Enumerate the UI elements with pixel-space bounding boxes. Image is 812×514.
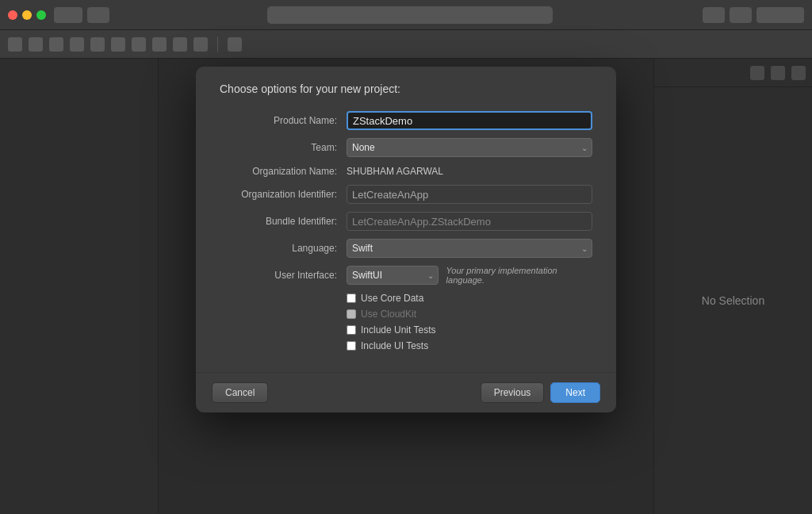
bundle-identifier-row: Bundle Identifier: [220, 212, 592, 231]
language-row: Language: Swift Objective-C ⌄ [220, 239, 592, 258]
include-unit-tests-label: Include Unit Tests [361, 324, 436, 336]
product-name-row: Product Name: [220, 111, 592, 130]
org-name-label: Organization Name: [220, 166, 347, 177]
use-core-data-label: Use Core Data [361, 293, 423, 304]
add-button[interactable] [703, 7, 725, 23]
cancel-button[interactable]: Cancel [212, 382, 268, 403]
org-identifier-field [347, 185, 592, 204]
include-ui-tests-checkbox[interactable] [347, 341, 356, 351]
dialog-body: Product Name: Team: None ⌄ [196, 103, 616, 372]
org-identifier-row: Organization Identifier: [220, 185, 592, 204]
minimize-button[interactable] [22, 10, 32, 20]
next-button[interactable]: Next [550, 382, 600, 403]
use-cloudkit-label: Use CloudKit [361, 309, 416, 320]
run-button[interactable] [54, 7, 82, 23]
center-panel: Choose options for your new project: Pro… [159, 59, 653, 514]
use-core-data-checkbox[interactable] [347, 293, 356, 303]
checkbox-section: Use Core Data Use CloudKit Include Unit … [347, 293, 592, 351]
language-label: Language: [220, 243, 347, 254]
user-interface-select[interactable]: SwiftUI Storyboard [347, 266, 439, 285]
dialog-footer: Cancel Previous Next [196, 372, 616, 412]
title-bar-controls [703, 7, 804, 23]
include-unit-tests-row: Include Unit Tests [347, 324, 592, 336]
right-panel-icons [654, 59, 812, 87]
warning-icon[interactable] [90, 37, 105, 52]
sidebar-toggle-icon[interactable] [8, 37, 22, 52]
close-button[interactable] [8, 10, 17, 20]
left-sidebar [0, 59, 159, 514]
use-cloudkit-checkbox[interactable] [347, 309, 356, 319]
breakpoint-icon[interactable] [152, 37, 167, 52]
include-ui-tests-label: Include UI Tests [361, 340, 428, 351]
language-select[interactable]: Swift Objective-C [347, 239, 592, 258]
footer-right: Previous Next [481, 382, 600, 403]
team-label: Team: [220, 142, 347, 153]
dialog-overlay: Choose options for your new project: Pro… [159, 59, 653, 514]
adjust-icon[interactable] [228, 37, 242, 52]
share-icon[interactable] [791, 66, 806, 80]
diff-icon[interactable] [111, 37, 125, 52]
no-selection-label: No Selection [702, 294, 764, 307]
back-icon[interactable] [173, 37, 187, 52]
include-unit-tests-checkbox[interactable] [347, 325, 356, 335]
source-control-icon[interactable] [132, 37, 146, 52]
include-ui-tests-row: Include UI Tests [347, 340, 592, 351]
bundle-identifier-input [347, 212, 592, 231]
dialog-title: Choose options for your new project: [220, 82, 400, 95]
maximize-button[interactable] [36, 10, 46, 20]
user-interface-label: User Interface: [220, 270, 347, 281]
layout-button[interactable] [756, 7, 804, 23]
org-name-field: SHUBHAM AGARWAL [347, 165, 592, 177]
use-core-data-row: Use Core Data [347, 293, 592, 304]
dialog-header: Choose options for your new project: [196, 67, 616, 103]
title-bar-center [117, 6, 703, 24]
team-select[interactable]: None [347, 138, 592, 157]
org-name-value: SHUBHAM AGARWAL [347, 166, 443, 177]
help-icon[interactable] [771, 66, 785, 80]
previous-button[interactable]: Previous [481, 382, 545, 403]
product-name-input[interactable] [347, 111, 592, 130]
chat-icon[interactable] [193, 37, 208, 52]
title-bar [0, 0, 812, 30]
language-select-wrapper: Swift Objective-C ⌄ [347, 239, 592, 258]
user-interface-row: User Interface: SwiftUI Storyboard ⌄ You… [220, 266, 592, 285]
bundle-identifier-label: Bundle Identifier: [220, 216, 347, 227]
bundle-identifier-field [347, 212, 592, 231]
org-identifier-label: Organization Identifier: [220, 189, 347, 200]
main-area: Choose options for your new project: Pro… [0, 59, 812, 514]
stop-button[interactable] [87, 7, 109, 23]
org-name-row: Organization Name: SHUBHAM AGARWAL [220, 165, 592, 177]
search-bar[interactable] [267, 6, 553, 24]
team-row: Team: None ⌄ [220, 138, 592, 157]
toolbar-divider [217, 36, 218, 52]
inspector-icon[interactable] [750, 66, 764, 80]
file-icon[interactable] [29, 37, 43, 52]
use-cloudkit-row: Use CloudKit [347, 309, 592, 320]
org-identifier-input[interactable] [347, 185, 592, 204]
ui-tooltip: Your primary implementation language. [446, 266, 592, 285]
grid-icon[interactable] [49, 37, 63, 52]
team-select-wrapper: None ⌄ [347, 138, 592, 157]
traffic-lights [8, 10, 46, 20]
search-icon[interactable] [70, 37, 84, 52]
right-panel: No Selection [653, 59, 812, 514]
new-project-dialog: Choose options for your new project: Pro… [196, 67, 616, 412]
product-name-label: Product Name: [220, 115, 347, 126]
library-button[interactable] [730, 7, 752, 23]
right-panel-body: No Selection [654, 87, 812, 514]
product-name-field [347, 111, 592, 130]
ui-select-wrapper: SwiftUI Storyboard ⌄ [347, 266, 439, 285]
ui-row: SwiftUI Storyboard ⌄ Your primary implem… [347, 266, 592, 285]
toolbar [0, 30, 812, 59]
